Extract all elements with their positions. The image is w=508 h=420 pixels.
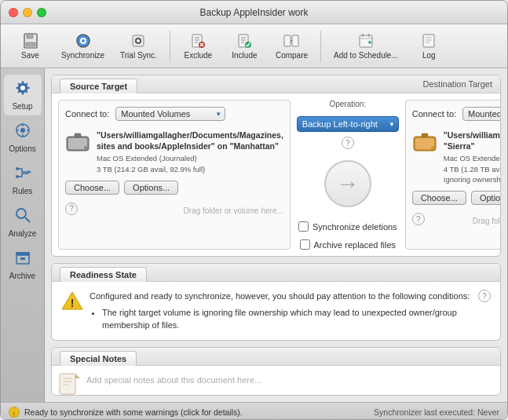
toolbar-save[interactable]: Save — [9, 29, 52, 63]
special-notes-panel: Special Notes Add special notes about th… — [51, 347, 501, 396]
notes-content: Add special notes about this document he… — [52, 366, 500, 396]
sidebar-item-analyze[interactable]: Analyze — [4, 202, 42, 243]
dest-volume-name: "Users/williamgallagher/AI" on "Sierra" — [444, 130, 501, 152]
dest-volume-icon — [412, 130, 437, 158]
operation-select[interactable]: Backup Left-to-right — [297, 116, 399, 132]
analyze-label: Analyze — [9, 229, 37, 238]
close-button[interactable] — [9, 8, 18, 17]
notes-icon — [58, 372, 80, 396]
dest-drag-hint: Drag folder or volume here... — [473, 217, 501, 225]
svg-rect-32 — [423, 35, 434, 47]
svg-point-53 — [84, 146, 87, 149]
svg-point-36 — [20, 86, 25, 90]
trial-sync-icon — [130, 32, 147, 49]
rules-icon — [14, 164, 31, 185]
notes-placeholder-text: Add special notes about this document he… — [86, 372, 261, 385]
source-help-button[interactable]: ? — [65, 203, 78, 215]
direction-arrow: → — [324, 160, 371, 207]
dest-connect-select[interactable]: Mounted Volumes — [462, 107, 501, 121]
include-icon — [236, 32, 253, 49]
readiness-tab[interactable]: Readiness State — [60, 267, 147, 282]
dest-volume-info: "Users/williamgallagher/AI" on "Sierra" … — [412, 130, 501, 184]
dest-volume-detail: Mac OS Extended (Journaled) 4 TB (1.28 T… — [444, 153, 501, 184]
source-format: Mac OS Extended (Journaled) — [97, 153, 283, 163]
dest-btn-row: Choose... Options... — [412, 191, 501, 205]
notes-panel-header: Special Notes — [52, 348, 500, 366]
synchronize-label: Synchronize — [61, 51, 104, 60]
target-panel-body: Connect to: Mounted Volumes — [52, 93, 500, 256]
operation-select-wrapper: Backup Left-to-right — [297, 116, 399, 132]
status-bar: ! Ready to synchronize with some warning… — [1, 402, 507, 420]
svg-rect-54 — [75, 133, 81, 137]
special-notes-tab[interactable]: Special Notes — [60, 351, 137, 366]
source-drag-hint: Drag folder or volume here... — [184, 206, 283, 215]
include-label: Include — [232, 51, 257, 60]
toolbar-log[interactable]: Log — [407, 29, 451, 63]
readiness-condition-0: The right target volume is ignoring file… — [102, 306, 472, 332]
destination-target-label: Destination Target — [423, 79, 492, 89]
add-to-schedule-label: Add to Schedule... — [334, 51, 398, 60]
readiness-main-text: Configured and ready to synchronize, how… — [90, 291, 470, 301]
exclude-icon — [189, 32, 206, 49]
svg-point-38 — [20, 128, 25, 133]
sidebar-item-archive[interactable]: Archive — [4, 244, 42, 285]
toolbar-add-to-schedule[interactable]: Add to Schedule... — [327, 29, 404, 63]
status-message: Ready to synchronize with some warnings … — [24, 407, 243, 417]
status-left[interactable]: ! Ready to synchronize with some warning… — [9, 407, 243, 418]
toolbar: Save Synchronize Trial Sync. — [1, 24, 507, 68]
svg-marker-65 — [75, 374, 80, 378]
sidebar-item-setup[interactable]: Setup — [4, 75, 42, 115]
toolbar-compare[interactable]: Compare — [269, 29, 314, 63]
dest-help-button[interactable]: ? — [412, 213, 425, 225]
svg-text:!: ! — [13, 411, 15, 415]
source-choose-button[interactable]: Choose... — [65, 181, 119, 195]
dest-size: 4 TB (1.28 TB avail, 67.9% full) — [444, 164, 501, 174]
minimize-button[interactable] — [23, 8, 32, 17]
svg-point-46 — [16, 209, 26, 218]
status-executed: Synchronizer last executed: Never — [374, 407, 499, 417]
archive-replaced-checkbox[interactable] — [300, 239, 310, 250]
readiness-panel: Readiness State ! Configured and ready t… — [51, 263, 501, 341]
svg-rect-50 — [20, 257, 25, 260]
log-label: Log — [422, 51, 436, 60]
maximize-button[interactable] — [37, 8, 46, 17]
dest-connect-label: Connect to: — [412, 109, 456, 119]
source-connect-label: Connect to: — [65, 109, 109, 119]
sync-deletions-checkbox[interactable] — [298, 221, 309, 232]
sync-deletions-label: Synchronize deletions — [312, 222, 397, 232]
svg-point-57 — [431, 146, 434, 149]
svg-rect-58 — [422, 133, 428, 137]
target-panel: Source Target Destination Target Connect… — [51, 75, 501, 257]
analyze-icon — [14, 206, 31, 228]
sidebar-item-rules[interactable]: Rules — [4, 159, 42, 200]
target-panel-header: Source Target Destination Target — [52, 75, 500, 93]
save-label: Save — [21, 51, 39, 60]
readiness-content: ! Configured and ready to synchronize, h… — [52, 282, 500, 340]
setup-icon — [14, 79, 31, 100]
compare-label: Compare — [276, 51, 308, 60]
toolbar-synchronize[interactable]: Synchronize — [55, 29, 111, 63]
svg-rect-23 — [284, 35, 291, 46]
destination-column: Connect to: Mounted Volumes — [405, 100, 501, 250]
sidebar-item-options[interactable]: Options — [4, 117, 42, 158]
content-area: Source Target Destination Target Connect… — [45, 68, 507, 402]
svg-point-43 — [16, 167, 19, 170]
operation-column: Operation: Backup Left-to-right ? → Sync… — [297, 100, 399, 250]
source-options-button[interactable]: Options... — [124, 181, 178, 195]
options-label: Options — [9, 144, 35, 153]
source-connect-select[interactable]: Mounted Volumes — [115, 107, 225, 121]
source-target-tab[interactable]: Source Target — [60, 79, 137, 93]
operation-help-button[interactable]: ? — [342, 137, 354, 149]
toolbar-exclude[interactable]: Exclude — [177, 29, 220, 63]
dest-options-button[interactable]: Options... — [471, 191, 501, 205]
svg-text:!: ! — [71, 297, 75, 309]
readiness-conditions: The right target volume is ignoring file… — [102, 306, 472, 332]
readiness-help-button[interactable]: ? — [478, 290, 491, 302]
toolbar-trial-sync[interactable]: Trial Sync. — [114, 29, 163, 63]
svg-rect-61 — [60, 374, 75, 394]
add-to-schedule-icon — [357, 32, 375, 49]
toolbar-include[interactable]: Include — [223, 29, 266, 63]
source-volume-detail: Mac OS Extended (Journaled) 3 TB (214.2 … — [97, 153, 283, 174]
exclude-label: Exclude — [185, 51, 213, 60]
dest-choose-button[interactable]: Choose... — [412, 191, 466, 205]
